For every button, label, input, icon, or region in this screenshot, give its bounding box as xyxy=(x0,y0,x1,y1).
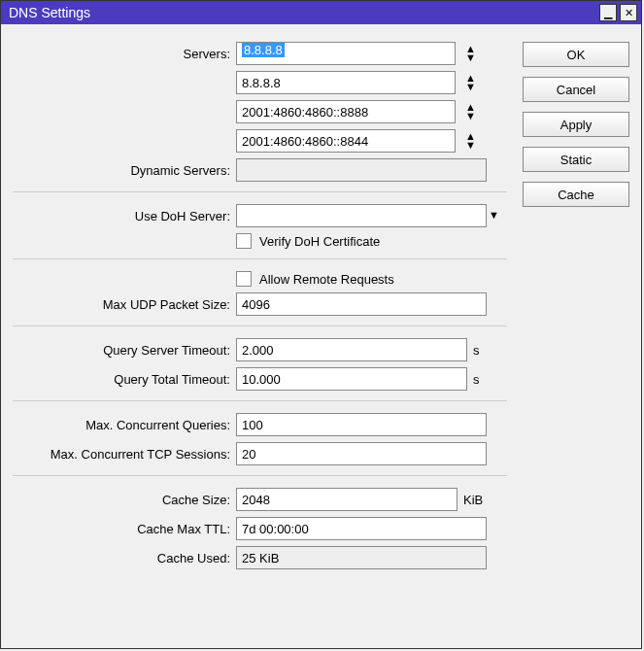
dynamic-servers-input xyxy=(236,158,487,182)
query-server-timeout-input[interactable] xyxy=(236,338,467,361)
seconds-unit: s xyxy=(473,372,480,387)
cache-size-input[interactable] xyxy=(236,488,458,511)
servers-label: Servers: xyxy=(13,47,236,61)
server-spinner-2[interactable]: ▲▼ xyxy=(465,103,476,120)
dynamic-servers-label: Dynamic Servers: xyxy=(13,163,236,178)
window: DNS Settings ▁ ✕ Servers: 8.8.8.8 ▲▼ ▲▼ xyxy=(0,0,642,649)
separator xyxy=(13,258,507,259)
query-total-timeout-input[interactable] xyxy=(236,367,467,391)
form: Servers: 8.8.8.8 ▲▼ ▲▼ ▲▼ xyxy=(13,42,507,575)
cache-used-input xyxy=(236,546,487,569)
max-udp-input[interactable] xyxy=(236,292,487,316)
server-input-2[interactable] xyxy=(236,100,456,123)
titlebar: DNS Settings ▁ ✕ xyxy=(1,1,641,24)
cache-button[interactable]: Cache xyxy=(523,182,629,207)
kib-unit: KiB xyxy=(463,493,483,507)
max-udp-label: Max UDP Packet Size: xyxy=(13,297,236,312)
apply-button[interactable]: Apply xyxy=(523,112,629,137)
query-server-timeout-label: Query Server Timeout: xyxy=(13,343,236,358)
max-conc-tcp-label: Max. Concurrent TCP Sessions: xyxy=(13,447,236,462)
server-spinner-0[interactable]: ▲▼ xyxy=(465,45,476,62)
cache-size-label: Cache Size: xyxy=(13,493,236,507)
server-spinner-1[interactable]: ▲▼ xyxy=(465,74,476,91)
cancel-button[interactable]: Cancel xyxy=(523,77,629,102)
verify-doh-label: Verify DoH Certificate xyxy=(259,234,380,249)
static-button[interactable]: Static xyxy=(523,147,629,172)
max-conc-queries-label: Max. Concurrent Queries: xyxy=(13,418,236,432)
cache-max-ttl-label: Cache Max TTL: xyxy=(13,522,236,536)
max-conc-queries-input[interactable] xyxy=(236,413,487,436)
spin-down-icon[interactable]: ▼ xyxy=(465,83,476,91)
seconds-unit: s xyxy=(473,343,480,358)
use-doh-label: Use DoH Server: xyxy=(13,209,236,223)
dropdown-caret-icon: ▼ xyxy=(489,209,499,221)
use-doh-dropdown[interactable] xyxy=(236,204,487,227)
ok-button[interactable]: OK xyxy=(523,42,629,67)
separator xyxy=(13,400,507,401)
separator xyxy=(13,191,507,192)
spin-down-icon[interactable]: ▼ xyxy=(465,141,476,150)
cache-max-ttl-input[interactable] xyxy=(236,517,487,540)
spin-down-icon[interactable]: ▼ xyxy=(465,53,476,62)
close-icon[interactable]: ✕ xyxy=(620,4,637,21)
server-input-3[interactable] xyxy=(236,129,456,153)
max-conc-tcp-input[interactable] xyxy=(236,442,487,465)
cache-used-label: Cache Used: xyxy=(13,551,236,565)
separator xyxy=(13,326,507,326)
verify-doh-checkbox[interactable] xyxy=(236,233,252,249)
server-input-0[interactable]: 8.8.8.8 xyxy=(236,42,456,65)
side-buttons: OK Cancel Apply Static Cache xyxy=(523,42,629,575)
window-title: DNS Settings xyxy=(9,5,596,20)
allow-remote-label: Allow Remote Requests xyxy=(259,272,394,287)
minimize-icon[interactable]: ▁ xyxy=(599,4,617,21)
server-spinner-3[interactable]: ▲▼ xyxy=(465,132,476,150)
spin-down-icon[interactable]: ▼ xyxy=(465,112,476,120)
query-total-timeout-label: Query Total Timeout: xyxy=(13,372,236,387)
allow-remote-checkbox[interactable] xyxy=(236,271,252,287)
server-input-1[interactable] xyxy=(236,71,456,94)
separator xyxy=(13,475,507,476)
